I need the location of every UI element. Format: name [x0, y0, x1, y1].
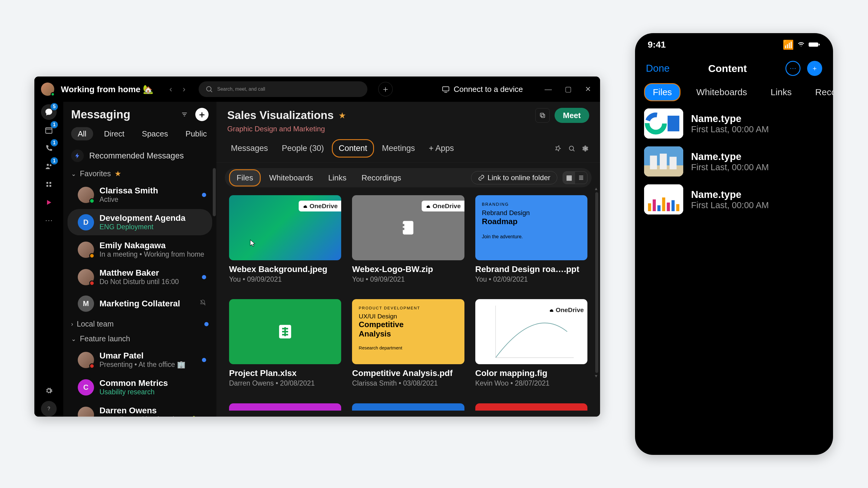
tab-people[interactable]: People (30) — [276, 140, 330, 157]
favorite-star-icon[interactable]: ★ — [338, 110, 346, 121]
file-card-partial — [229, 403, 341, 417]
subtab-recordings[interactable]: Recordings — [355, 170, 408, 186]
rail-calendar[interactable]: 1 — [41, 122, 57, 138]
file-thumbnail: OneDrive — [229, 195, 341, 260]
tab-all[interactable]: All — [71, 127, 93, 140]
m-tab-whiteboards[interactable]: Whiteboards — [688, 84, 755, 100]
mobile-file-row[interactable]: Name.typeFirst Last, 00:00 AM — [644, 147, 824, 176]
file-thumbnail: OneDrive — [475, 299, 587, 364]
nav-back-icon[interactable]: ‹ — [165, 84, 176, 95]
mobile-file-row[interactable]: Name.typeFirst Last, 00:00 AM — [644, 184, 824, 215]
rail-teams[interactable]: 1 — [41, 158, 57, 174]
recommended-row[interactable]: Recommended Messages — [63, 145, 216, 166]
file-card[interactable]: PRODUCT DEVELOPMENTUX/UI DesignCompetiti… — [352, 299, 464, 393]
conversation-item[interactable]: CCommon MetricsUsability research — [67, 374, 212, 400]
section-feature-launch[interactable]: ⌄ Feature launch — [63, 331, 216, 346]
grid-view-icon[interactable]: ▦ — [563, 172, 575, 184]
conversation-item[interactable]: Clarissa SmithActive — [67, 182, 212, 208]
file-card[interactable]: OneDriveWebex-Logo-BW.zipYou • 09/09/202… — [352, 195, 464, 290]
filter-icon — [181, 111, 188, 118]
mobile-file-row[interactable]: Name.typeFirst Last, 00:00 AM — [644, 108, 824, 138]
conversation-name: Darren Owens — [99, 406, 206, 415]
space-settings-icon[interactable] — [580, 142, 592, 155]
sidebar-title: Messaging — [71, 108, 174, 121]
conversation-item[interactable]: Emily NakagawaIn a meeting • Working fro… — [67, 236, 212, 263]
conversation-item[interactable]: MMarketing Collateral — [67, 291, 212, 316]
file-card[interactable]: OneDriveWebex Background.jpegYou • 09/09… — [229, 195, 341, 290]
rail-apps[interactable] — [41, 176, 57, 192]
messaging-sidebar: Messaging ＋ All Direct Spaces Public Rec… — [63, 102, 216, 417]
tab-meetings[interactable]: Meetings — [376, 140, 421, 157]
file-meta: Darren Owens • 20/08/2021 — [229, 379, 341, 387]
svg-point-18 — [569, 146, 574, 150]
user-status[interactable]: Working from home 🏡 — [61, 84, 153, 94]
window-minimize-icon[interactable]: ― — [543, 84, 554, 95]
rail-help[interactable]: ? — [41, 401, 57, 417]
search-in-space-icon[interactable] — [566, 142, 578, 155]
nav-forward-icon[interactable]: › — [179, 84, 190, 95]
file-card[interactable]: Project Plan.xlsxDarren Owens • 20/08/20… — [229, 299, 341, 393]
svg-rect-22 — [401, 224, 404, 227]
file-card[interactable]: OneDriveColor mapping.figKevin Woo • 28/… — [475, 299, 587, 393]
more-button[interactable]: ⋯ — [785, 61, 801, 76]
rail-more[interactable]: ⋯ — [41, 213, 57, 228]
add-button[interactable]: ＋ — [378, 82, 393, 96]
tab-direct[interactable]: Direct — [97, 127, 131, 140]
conversation-name: Common Metrics — [99, 378, 206, 388]
window-close-icon[interactable]: ✕ — [583, 84, 593, 95]
add-content-button[interactable]: ＋ — [807, 61, 822, 76]
avatar: D — [78, 214, 94, 230]
window-maximize-icon[interactable]: ▢ — [563, 84, 574, 95]
subtab-whiteboards[interactable]: Whiteboards — [262, 170, 320, 186]
svg-rect-42 — [670, 157, 677, 169]
file-meta: First Last, 00:00 AM — [691, 162, 769, 172]
conversation-item[interactable]: DDevelopment AgendaENG Deployment — [67, 209, 212, 235]
done-button[interactable]: Done — [646, 63, 670, 74]
conversation-sub: ENG Deployment — [99, 223, 206, 231]
connect-device-button[interactable]: Connect to a device — [441, 85, 523, 94]
files-grid: OneDriveWebex Background.jpegYou • 09/09… — [216, 193, 600, 417]
copy-button[interactable] — [535, 108, 550, 123]
file-meta: You • 02/09/2021 — [475, 275, 587, 284]
section-favorites[interactable]: ⌄ Favorites ★ — [63, 166, 216, 181]
link-online-folder-button[interactable]: Link to online folder — [471, 171, 557, 184]
m-tab-links[interactable]: Links — [763, 84, 800, 100]
subtab-files[interactable]: Files — [229, 169, 261, 187]
conversation-item[interactable]: Matthew BakerDo Not Disturb until 16:00 — [67, 264, 212, 290]
file-meta: You • 09/09/2021 — [229, 275, 341, 284]
chevron-down-icon: ⌄ — [71, 170, 76, 177]
search-input[interactable]: Search, meet, and call — [198, 82, 367, 97]
conversation-item[interactable]: Darren OwensIn a call • Working from hom… — [67, 401, 212, 417]
filter-button[interactable] — [178, 108, 191, 121]
rail-settings[interactable] — [41, 383, 57, 398]
pin-icon[interactable] — [552, 142, 564, 155]
user-avatar[interactable] — [41, 83, 54, 96]
rail-messaging[interactable]: 5 — [41, 104, 57, 120]
avatar — [78, 352, 94, 368]
new-message-button[interactable]: ＋ — [195, 108, 209, 121]
tab-messages[interactable]: Messages — [225, 140, 274, 157]
file-card-partial — [475, 403, 587, 417]
avatar — [78, 187, 94, 203]
meet-button[interactable]: Meet — [555, 108, 589, 123]
search-icon — [205, 85, 213, 93]
m-tab-files[interactable]: Files — [644, 83, 681, 101]
subtab-links[interactable]: Links — [321, 170, 353, 186]
avatar — [78, 241, 94, 258]
tab-spaces[interactable]: Spaces — [135, 127, 175, 140]
section-local-team[interactable]: › Local team — [63, 317, 216, 331]
tab-public[interactable]: Public — [179, 127, 214, 140]
svg-point-7 — [50, 164, 52, 166]
tab-content[interactable]: Content — [332, 139, 374, 158]
unread-dot — [204, 322, 209, 326]
sidebar-scrollbar[interactable] — [213, 168, 216, 216]
rail-calling[interactable]: 1 — [41, 140, 57, 156]
rail-play[interactable] — [41, 195, 57, 210]
main-scrollbar[interactable]: ▲▼ — [595, 192, 598, 373]
conversation-item[interactable]: Umar PatelPresenting • At the office 🏢 — [67, 347, 212, 373]
m-tab-recordings[interactable]: Recordings — [807, 84, 833, 100]
avatar: M — [78, 295, 94, 312]
tab-apps[interactable]: + Apps — [423, 140, 460, 157]
file-card[interactable]: BRANDINGRebrand DesignRoadmapJoin the ad… — [475, 195, 587, 290]
list-view-icon[interactable]: ≣ — [575, 172, 587, 184]
